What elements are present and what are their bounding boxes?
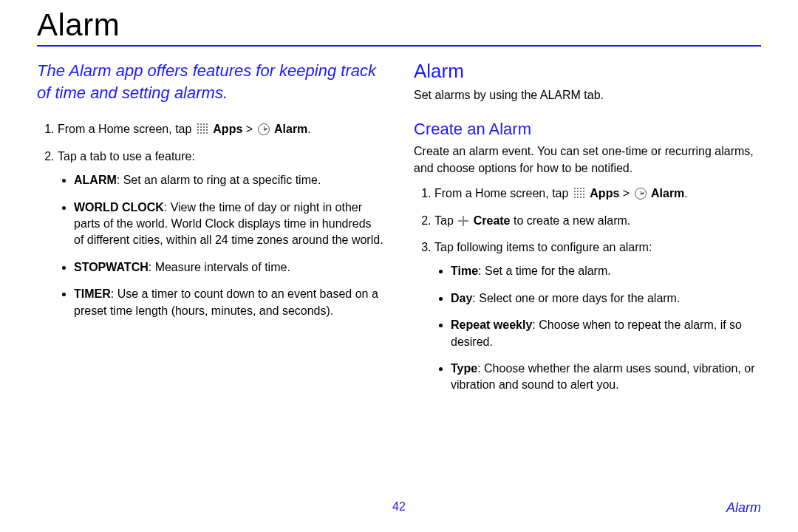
text: > (619, 187, 632, 200)
apps-icon (573, 187, 585, 199)
bullet-label: ALARM (74, 174, 117, 186)
bullet-label: Repeat weekly (451, 318, 532, 331)
list-item: Repeat weekly: Choose when to repeat the… (451, 317, 761, 350)
clock-icon (258, 123, 270, 135)
right-intro-text: Set alarms by using the ALARM tab. (414, 87, 761, 103)
content-columns: The Alarm app offers features for keepin… (37, 60, 761, 404)
left-step-2: Tap a tab to use a feature: ALARM: Set a… (58, 149, 384, 319)
text: Tap a tab to use a feature: (58, 150, 195, 163)
left-steps: From a Home screen, tap Apps > Alarm. Ta… (37, 121, 384, 319)
bullet-label: TIMER (74, 287, 111, 300)
clock-icon (635, 188, 647, 200)
bullet-text: : Set a time for the alarm. (478, 265, 611, 277)
right-column: Alarm Set alarms by using the ALARM tab.… (414, 60, 761, 404)
section-heading-create: Create an Alarm (414, 120, 761, 139)
left-step-1: From a Home screen, tap Apps > Alarm. (58, 121, 384, 137)
list-item: Time: Set a time for the alarm. (451, 263, 761, 279)
text: . (307, 123, 310, 135)
right-step-2: Tap Create to create a new alarm. (434, 213, 761, 229)
text: to create a new alarm. (511, 214, 631, 227)
apps-icon (197, 123, 208, 134)
plus-icon (458, 216, 468, 226)
left-sub-bullets: ALARM: Set an alarm to ring at a specifi… (58, 172, 384, 319)
text: . (684, 187, 687, 200)
bullet-text: : Use a timer to count down to an event … (74, 287, 378, 316)
bullet-label: WORLD CLOCK (74, 201, 164, 214)
list-item: TIMER: Use a timer to count down to an e… (74, 286, 384, 319)
list-item: STOPWATCH: Measure intervals of time. (74, 259, 384, 276)
list-item: ALARM: Set an alarm to ring at a specifi… (74, 172, 384, 188)
page-title: Alarm (37, 7, 761, 43)
list-item: Type: Choose whether the alarm uses soun… (451, 361, 761, 394)
left-column: The Alarm app offers features for keepin… (37, 60, 384, 404)
text: From a Home screen, tap (434, 187, 572, 200)
footer-section-label: Alarm (726, 500, 761, 516)
right-sub-bullets: Time: Set a time for the alarm. Day: Sel… (434, 263, 761, 393)
intro-text: The Alarm app offers features for keepin… (37, 60, 384, 103)
list-item: Day: Select one or more days for the ala… (451, 290, 761, 307)
text: > (242, 123, 256, 135)
apps-label: Apps (590, 187, 619, 200)
right-steps: From a Home screen, tap Apps > Alarm. Ta… (414, 185, 761, 394)
bullet-text: : Set an alarm to ring at a specific tim… (117, 174, 321, 186)
create-label: Create (474, 214, 511, 227)
text: Tap following items to configure an alar… (434, 241, 652, 253)
bullet-label: STOPWATCH (74, 261, 149, 273)
bullet-label: Time (451, 265, 478, 277)
bullet-text: : Select one or more days for the alarm. (472, 292, 680, 304)
alarm-label: Alarm (651, 187, 684, 200)
right-step-1: From a Home screen, tap Apps > Alarm. (434, 185, 761, 202)
bullet-text: : Choose whether the alarm uses sound, v… (451, 362, 754, 391)
page-footer: 42 Alarm (37, 500, 761, 516)
alarm-label: Alarm (274, 123, 307, 135)
text: Tap (434, 214, 457, 227)
section-heading-alarm: Alarm (414, 60, 761, 83)
text: From a Home screen, tap (58, 123, 195, 135)
right-step-3: Tap following items to configure an alar… (434, 239, 761, 394)
list-item: WORLD CLOCK: View the time of day or nig… (74, 200, 384, 249)
page-number: 42 (392, 500, 406, 514)
bullet-label: Day (451, 292, 472, 304)
apps-label: Apps (213, 123, 242, 135)
bullet-label: Type (451, 362, 477, 375)
create-intro-text: Create an alarm event. You can set one-t… (414, 143, 761, 177)
bullet-text: : Measure intervals of time. (149, 261, 290, 273)
title-rule (37, 45, 761, 47)
